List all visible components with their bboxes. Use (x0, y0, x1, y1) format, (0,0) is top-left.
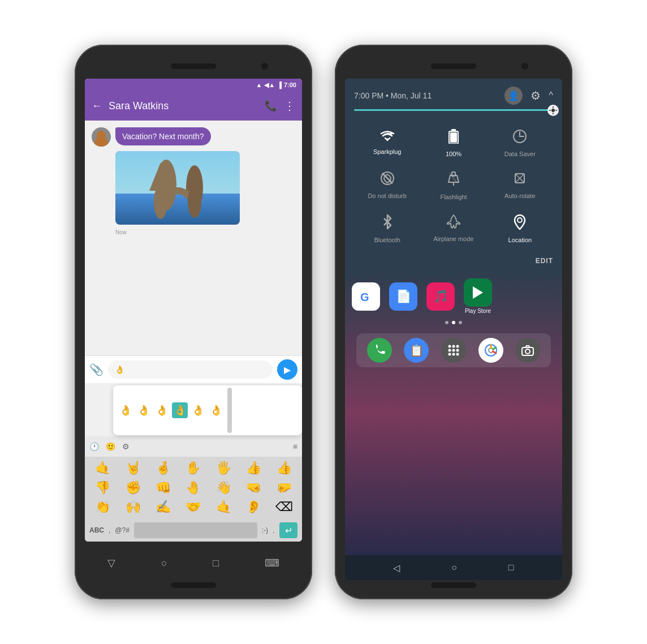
emoji-key-6[interactable]: 👍 (239, 459, 268, 478)
emoji-key-16[interactable]: 🙌 (118, 498, 147, 517)
emoji-variant-3[interactable]: 👌 (154, 402, 170, 418)
dock-apps-icon[interactable] (441, 338, 466, 363)
settings-icon[interactable]: ⚙ (530, 89, 541, 102)
dock-chrome[interactable] (478, 338, 503, 363)
svg-point-9 (551, 109, 555, 112)
chat-contact-name: Sara Watkins (109, 100, 258, 112)
emoji-key-2[interactable]: 🤘 (118, 459, 147, 478)
nav-keyboard-icon[interactable]: ⌨ (265, 557, 279, 569)
nav-home-icon[interactable]: ○ (161, 557, 167, 569)
emoji-key-14[interactable]: 🤛 (270, 479, 299, 497)
emoji-key-5[interactable]: 🖐 (209, 459, 238, 478)
kb-sym-key[interactable]: @?# (115, 526, 130, 534)
nav-back-icon[interactable]: ▽ (107, 557, 115, 569)
kb-period-key[interactable]: . (273, 526, 275, 535)
app-playstore[interactable]: Play Store (464, 278, 492, 314)
brightness-bar[interactable] (354, 109, 553, 111)
call-icon[interactable]: 📞 (265, 100, 277, 112)
tile-airplane-label: Airplane mode (434, 235, 474, 242)
emoji-key-15[interactable]: 👏 (88, 498, 117, 517)
tile-battery[interactable]: 100% (420, 122, 486, 164)
emoji-scroll-bar[interactable] (227, 388, 232, 433)
signal-icon: ◀▲ (264, 81, 275, 89)
edit-row[interactable]: EDIT (345, 255, 562, 272)
attachment-icon[interactable]: 📎 (89, 363, 103, 376)
kb-smilie-key[interactable]: :-) (262, 526, 268, 534)
dock-docs[interactable]: 📋 (404, 338, 429, 363)
dock-apps[interactable] (441, 338, 466, 363)
nav-home-right[interactable]: ○ (451, 563, 457, 573)
send-button[interactable]: ▶ (277, 359, 297, 380)
emoji-key-3[interactable]: 🤞 (149, 459, 178, 478)
bottom-strip-left (171, 582, 216, 588)
tile-data-saver[interactable]: Data Saver (487, 122, 553, 164)
brightness-handle[interactable] (547, 105, 559, 116)
music-icon[interactable]: 🎵 (426, 282, 455, 311)
emoji-key-9[interactable]: ✊ (118, 479, 147, 497)
dock-chrome-icon[interactable] (478, 338, 503, 363)
recent-emoji-icon[interactable]: 🕐 (89, 442, 99, 451)
kb-enter-key[interactable]: ↵ (279, 522, 297, 538)
emoji-variant-5[interactable]: 👌 (190, 402, 206, 418)
collapse-icon[interactable]: ^ (549, 91, 553, 101)
playstore-icon[interactable] (464, 278, 492, 307)
backspace-icon[interactable]: ⌫ (270, 498, 299, 517)
emoji-variant-4-selected[interactable]: 👌 (172, 402, 188, 418)
dock-camera-icon[interactable] (515, 338, 540, 363)
tile-airplane[interactable]: Airplane mode (420, 207, 486, 250)
tile-autorotate[interactable]: Auto-rotate (487, 164, 553, 207)
emoji-key-12[interactable]: 👋 (209, 479, 238, 497)
tile-flashlight[interactable]: Flashlight (420, 164, 486, 207)
dock-docs-icon[interactable]: 📋 (404, 338, 429, 363)
dock-phone[interactable] (367, 338, 392, 363)
emoji-key-19[interactable]: 🤙 (209, 498, 238, 517)
emoji-key-13[interactable]: 🤜 (239, 479, 268, 497)
emoji-variant-2[interactable]: 👌 (136, 402, 152, 418)
back-button[interactable]: ← (92, 100, 102, 112)
docs-icon[interactable]: 📄 (389, 282, 417, 311)
emoji-variant-1[interactable]: 👌 (118, 402, 133, 418)
tile-dnd[interactable]: Do not disturb (354, 164, 420, 207)
nav-recents-right[interactable]: □ (508, 563, 514, 573)
brightness-row[interactable] (345, 109, 562, 118)
edit-label[interactable]: EDIT (536, 257, 553, 265)
tile-sparkplug[interactable]: Sparkplug (354, 122, 420, 164)
emoji-key-18[interactable]: 🤝 (179, 498, 208, 517)
message-text-input[interactable]: 👌 (108, 360, 273, 379)
emoji-skin-tone-popup[interactable]: 👌 👌 👌 👌 👌 👌 (113, 385, 302, 435)
svg-point-34 (456, 349, 459, 352)
svg-text:G: G (360, 291, 369, 303)
kb-comma-key[interactable]: , (109, 526, 110, 534)
nav-back-right[interactable]: ◁ (393, 563, 400, 573)
left-phone: ▲ ◀▲ ▐ 7:00 ← Sara Watkins 📞 ⋮ (75, 45, 312, 599)
emoji-key-20[interactable]: 👂 (239, 498, 268, 517)
emoji-key-11[interactable]: 🤚 (179, 479, 208, 497)
dock-camera[interactable] (515, 338, 540, 363)
app-google[interactable]: G (352, 282, 380, 311)
tile-location[interactable]: Location (487, 207, 553, 250)
dock-phone-icon[interactable] (367, 338, 392, 363)
app-music[interactable]: 🎵 (426, 282, 455, 311)
phone-top-bar-left (85, 56, 302, 76)
google-icon[interactable]: G (352, 282, 380, 311)
scroll-emoji-icon[interactable]: ≡ (293, 442, 297, 451)
kb-space-key[interactable] (134, 522, 257, 538)
emoji-key-1[interactable]: 🤙 (88, 459, 117, 478)
home-screen: G 📄 🎵 (345, 272, 562, 555)
emoji-variant-6[interactable]: 👌 (208, 402, 224, 418)
emoji-key-7[interactable]: 👍 (270, 459, 299, 478)
emoji-key-4[interactable]: ✋ (179, 459, 208, 478)
user-avatar[interactable]: 👤 (504, 87, 523, 105)
emoji-key-10[interactable]: 👊 (149, 479, 178, 497)
emoji-key-17[interactable]: ✍ (149, 498, 178, 517)
message-input-area[interactable]: 📎 👌 ▶ (85, 355, 302, 383)
emoji-key-8[interactable]: 👎 (88, 479, 117, 497)
settings-emoji-icon[interactable]: ⚙ (122, 442, 130, 451)
tile-battery-label: 100% (446, 151, 461, 157)
nav-recents-icon[interactable]: □ (213, 557, 219, 569)
smile-emoji-icon[interactable]: 🙂 (106, 442, 115, 451)
app-docs[interactable]: 📄 (389, 282, 417, 311)
kb-abc-key[interactable]: ABC (89, 526, 104, 534)
tile-bluetooth[interactable]: Bluetooth (354, 207, 420, 250)
menu-icon[interactable]: ⋮ (284, 99, 295, 113)
